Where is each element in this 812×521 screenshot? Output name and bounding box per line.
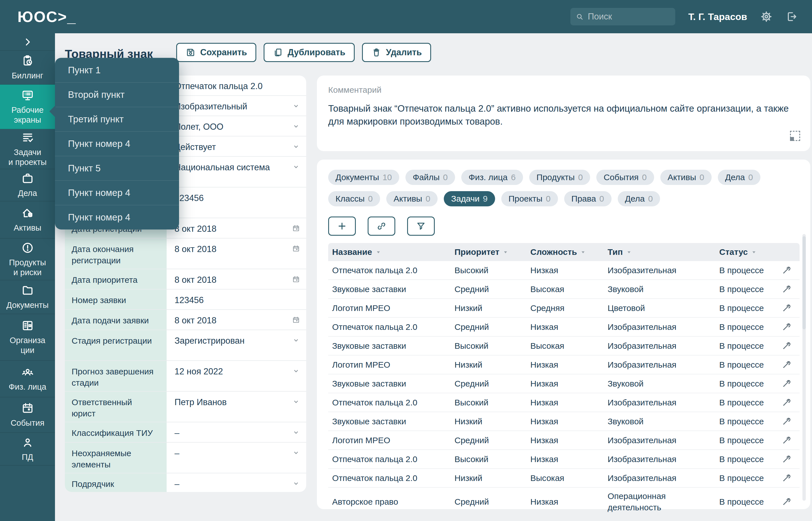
menu-item-6[interactable]: Пункт номер 4 (55, 180, 179, 205)
field-owner[interactable]: Полет, ООО (166, 116, 306, 136)
calendar-icon[interactable] (292, 316, 300, 324)
unlink-icon[interactable] (781, 303, 791, 313)
tab-rights[interactable]: Права0 (564, 191, 612, 206)
chevron-down-icon[interactable] (292, 398, 300, 406)
delete-button[interactable]: Удалить (362, 43, 431, 62)
sidebar-item-assets[interactable]: Активы (0, 201, 55, 239)
sidebar-item-events[interactable]: События (0, 397, 55, 433)
sidebar-item-work-screens[interactable]: Рабочие экраны (0, 85, 55, 129)
tab-cases-2[interactable]: Дела0 (618, 191, 660, 206)
chevron-down-icon[interactable] (292, 429, 300, 436)
field-kind[interactable]: Изобразительный (166, 96, 306, 116)
tab-individuals[interactable]: Физ. лица6 (461, 170, 523, 185)
sidebar-item-individuals[interactable]: Физ. лица (0, 361, 55, 397)
tab-assets-2[interactable]: Активы0 (386, 191, 437, 206)
unlink-icon[interactable] (781, 435, 791, 446)
tab-cases-1[interactable]: Дела0 (718, 170, 761, 185)
chevron-down-icon[interactable] (292, 163, 300, 171)
unlink-icon[interactable] (781, 341, 791, 351)
field-priority-date[interactable]: 8 окт 2018 (166, 269, 306, 289)
field-unprotected[interactable]: – (166, 443, 306, 473)
scrollbar-thumb[interactable] (803, 236, 806, 329)
column-header-name[interactable]: Название (332, 247, 454, 257)
field-reg-end-date[interactable]: 8 окт 2018 (166, 239, 306, 269)
unlink-icon[interactable] (781, 398, 791, 408)
menu-item-7[interactable]: Пункт номер 4 (55, 205, 179, 229)
menu-item-2[interactable]: Второй пункт (55, 82, 179, 107)
table-row[interactable]: Отпечаток пальца 2.0НизкийВысокаяИзобраз… (328, 469, 799, 488)
chevron-down-icon[interactable] (292, 449, 300, 457)
chevron-down-icon[interactable] (292, 102, 300, 110)
table-row[interactable]: Логотип МРЕОСреднийНизкаяИзобразительная… (328, 431, 799, 450)
sort-icon[interactable] (580, 249, 586, 255)
filter-button[interactable] (407, 217, 435, 236)
tab-documents[interactable]: Документы10 (328, 170, 399, 185)
field-contractor[interactable]: – (166, 473, 306, 492)
unlink-icon[interactable] (781, 284, 791, 294)
tab-products[interactable]: Продукты0 (529, 170, 590, 185)
unlink-icon[interactable] (781, 454, 791, 464)
field-tiu[interactable]: – (166, 422, 306, 442)
tab-events[interactable]: События0 (596, 170, 654, 185)
sidebar-item-cases[interactable]: Дела (0, 169, 55, 201)
field-lawyer[interactable]: Петр Иванов (166, 392, 306, 422)
duplicate-button[interactable]: Дублировать (264, 43, 355, 62)
tab-tasks[interactable]: Задачи9 (444, 191, 495, 206)
table-row[interactable]: Авторское правоСреднийНизкаяОперационная… (328, 488, 799, 517)
table-row[interactable]: Отпечаток пальца 2.0ВысокийНизкаяИзобраз… (328, 261, 799, 280)
table-scrollbar[interactable] (803, 234, 806, 501)
add-task-button[interactable] (328, 217, 356, 236)
sidebar-item-billing[interactable]: Биллинг (0, 51, 55, 85)
save-button[interactable]: Сохранить (176, 43, 256, 62)
sort-icon[interactable] (626, 249, 632, 255)
field-application-number[interactable]: 123456 (166, 290, 306, 309)
field-reg-stage[interactable]: Зарегистрирован (166, 330, 306, 360)
chevron-down-icon[interactable] (292, 336, 300, 344)
search-input[interactable] (588, 12, 670, 22)
table-row[interactable]: Звуковые заставкиСреднийВысокаяЗвуковойВ… (328, 280, 799, 299)
sidebar-item-documents[interactable]: Документы (0, 280, 55, 314)
menu-item-5[interactable]: Пункт 5 (55, 156, 179, 180)
table-row[interactable]: Отпечаток пальца 2.0ВысокийНизкаяИзобраз… (328, 393, 799, 412)
search-box[interactable] (570, 8, 675, 25)
unlink-icon[interactable] (781, 265, 791, 275)
chevron-down-icon[interactable] (292, 480, 300, 488)
unlink-icon[interactable] (781, 322, 791, 332)
table-row[interactable]: Отпечаток пальца 2.0СреднийНизкаяИзобраз… (328, 318, 799, 337)
menu-item-3[interactable]: Третий пункт (55, 107, 179, 131)
unlink-icon[interactable] (781, 379, 791, 389)
unlink-icon[interactable] (781, 416, 791, 427)
calendar-icon[interactable] (292, 224, 300, 232)
unlink-icon[interactable] (781, 360, 791, 370)
calendar-icon[interactable] (292, 275, 300, 284)
comment-text[interactable]: Товарный знак “Отпечаток пальца 2.0” акт… (328, 102, 791, 128)
field-state[interactable]: Действует (166, 136, 306, 156)
table-row[interactable]: Звуковые заставкиСреднийНизкаяЗвуковойВ … (328, 375, 799, 393)
unlink-icon[interactable] (781, 473, 791, 483)
tab-projects[interactable]: Проекты0 (501, 191, 558, 206)
field-application-date[interactable]: 8 окт 2018 (166, 310, 306, 330)
menu-item-4[interactable]: Пункт номер 4 (55, 131, 179, 156)
column-header-type[interactable]: Тип (608, 247, 719, 257)
settings-gear-icon[interactable] (760, 10, 772, 23)
field-name[interactable]: Отпечаток пальца 2.0 (166, 75, 306, 95)
field-system[interactable]: Национальная система (166, 157, 306, 187)
sort-icon[interactable] (502, 249, 509, 255)
sort-icon[interactable] (375, 249, 382, 255)
tab-assets-1[interactable]: Активы0 (660, 170, 712, 185)
chevron-down-icon[interactable] (292, 367, 300, 375)
logout-icon[interactable] (786, 10, 798, 23)
sidebar-item-products-risks[interactable]: Продукты и риски (0, 239, 55, 280)
sidebar-item-pd[interactable]: ПД (0, 433, 55, 466)
unlink-icon[interactable] (781, 497, 791, 507)
sort-icon[interactable] (750, 249, 757, 255)
field-stage-forecast[interactable]: 12 ноя 2022 (166, 361, 306, 391)
chevron-down-icon[interactable] (292, 143, 300, 151)
table-row[interactable]: Логотип МРЕОНизкийСредняяЦветовойВ проце… (328, 299, 799, 318)
table-row[interactable]: Звуковые заставкиНизкийНизкаяЗвуковойВ п… (328, 412, 799, 431)
chevron-down-icon[interactable] (292, 122, 300, 130)
menu-item-1[interactable]: Пункт 1 (55, 58, 179, 82)
sidebar-item-tasks-projects[interactable]: Задачи и проекты (0, 129, 55, 169)
column-header-complexity[interactable]: Сложность (531, 247, 608, 257)
link-task-button[interactable] (368, 217, 395, 236)
